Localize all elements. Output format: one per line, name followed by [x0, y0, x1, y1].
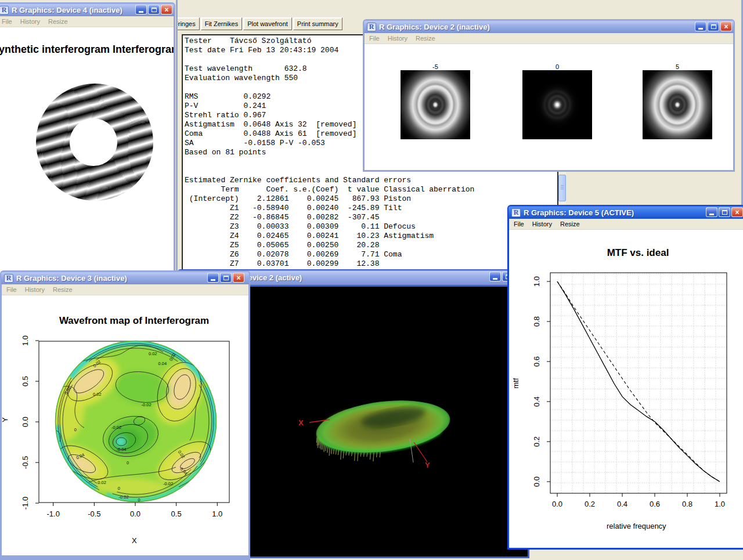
window-title: R Graphics: Device 2 (inactive) [379, 23, 490, 31]
svg-text:0: 0 [138, 497, 140, 503]
psf-label-5: 5 [643, 63, 712, 70]
svg-text:1.0: 1.0 [715, 500, 725, 508]
y-axis-line [414, 442, 427, 462]
svg-text:-0.04: -0.04 [116, 447, 126, 452]
interferogram-image [0, 27, 174, 271]
maximize-button[interactable] [708, 21, 719, 31]
minimize-button[interactable] [489, 272, 501, 281]
menu-item-resize[interactable]: Resize [560, 221, 580, 227]
x-axis-title: relative frequency [607, 522, 666, 530]
menu-item-history[interactable]: History [25, 286, 45, 293]
menu-item-file[interactable]: File [514, 221, 524, 227]
svg-text:-1.0: -1.0 [46, 510, 59, 518]
psf-image-0 [522, 70, 592, 139]
menu-item-history[interactable]: History [532, 221, 552, 227]
window-controls: × [695, 21, 732, 31]
window-title: R Graphics: Device 5 (ACTIVE) [524, 208, 634, 217]
menu-item-resize[interactable]: Resize [416, 35, 435, 42]
svg-text:0: 0 [118, 486, 120, 491]
minimize-button[interactable] [135, 5, 147, 15]
psf-image-minus5 [401, 70, 470, 139]
svg-text:0.5: 0.5 [21, 376, 30, 386]
menu-item-resize[interactable]: Resize [48, 18, 68, 25]
x-axis-title: X [132, 536, 137, 545]
menubar-device5: FileHistoryResize [509, 219, 743, 230]
svg-text:0.02: 0.02 [93, 392, 102, 397]
svg-text:0.02: 0.02 [149, 351, 157, 356]
svg-text:0.2: 0.2 [585, 500, 595, 508]
maximize-button[interactable] [148, 5, 160, 15]
svg-text:0.4: 0.4 [532, 396, 541, 407]
svg-text:-0.02: -0.02 [111, 425, 121, 430]
titlebar-device2[interactable]: R R Graphics: Device 2 (inactive) [364, 20, 734, 33]
svg-text:0: 0 [127, 460, 129, 465]
svg-text:-0.02: -0.02 [163, 481, 173, 486]
svg-text:-0.5: -0.5 [88, 510, 100, 518]
svg-text:0.4: 0.4 [617, 500, 627, 508]
window-title: R Graphics: Device 4 (inactive) [12, 6, 122, 15]
device2-canvas: -5 0 5 [365, 44, 733, 170]
tab-fringes[interactable]: Fringes [178, 17, 200, 30]
device3-canvas: Wavefront map of Interferogram [2, 295, 248, 555]
psf-label-minus5: -5 [401, 63, 470, 70]
window-controls: × [135, 5, 172, 15]
menu-item-resize[interactable]: Resize [53, 286, 73, 293]
psf-image-5 [643, 70, 712, 139]
svg-text:0.02: 0.02 [98, 480, 106, 485]
svg-text:0.04: 0.04 [158, 361, 167, 366]
svg-text:-0.02: -0.02 [119, 494, 129, 500]
window-controls: × [207, 273, 244, 283]
svg-text:0.5: 0.5 [171, 510, 182, 518]
menu-item-history[interactable]: History [388, 35, 407, 42]
svg-text:1.0: 1.0 [21, 335, 30, 346]
scrollbar-thumb[interactable] [558, 175, 566, 201]
window-device2: R R Graphics: Device 2 (inactive) × File… [363, 19, 735, 172]
svg-text:0: 0 [74, 427, 77, 432]
psf-label-0: 0 [522, 63, 592, 70]
tab-fit-zernikes[interactable]: Fit Zernikes [201, 17, 242, 30]
close-button[interactable]: × [233, 273, 244, 283]
minimize-button[interactable] [706, 207, 717, 217]
svg-text:1.0: 1.0 [532, 276, 541, 287]
menu-item-history[interactable]: History [20, 18, 40, 25]
svg-text:0.0: 0.0 [532, 476, 541, 487]
svg-text:0.8: 0.8 [532, 316, 541, 327]
close-button[interactable]: × [720, 21, 732, 31]
y-axis-title: Y [2, 417, 9, 422]
maximize-button[interactable] [719, 207, 730, 217]
minimize-button[interactable] [695, 21, 706, 31]
svg-text:0.0: 0.0 [21, 417, 30, 427]
device5-canvas: MTF vs. ideal 0.00.20.40.60.81.00.00.20.… [509, 230, 743, 548]
y-axis-label: Y [425, 461, 430, 469]
svg-text:0.6: 0.6 [650, 500, 660, 508]
menubar-device2: FileHistoryResize [365, 33, 733, 44]
menu-item-file[interactable]: File [369, 35, 380, 42]
menu-item-file[interactable]: File [2, 18, 12, 25]
svg-text:0.0: 0.0 [552, 500, 562, 508]
close-button[interactable]: × [731, 207, 743, 217]
svg-text:0.8: 0.8 [682, 500, 692, 508]
r-logo-icon: R [4, 274, 13, 283]
window-device5: R R Graphics: Device 5 (ACTIVE) × FileHi… [507, 205, 743, 550]
r-logo-icon: R [511, 208, 521, 217]
svg-text:0.6: 0.6 [532, 356, 541, 367]
y-axis-title: mtf [511, 378, 520, 388]
svg-text:-0.02: -0.02 [142, 402, 152, 407]
menu-item-file[interactable]: File [6, 286, 17, 293]
mtf-plot: 0.00.20.40.60.81.00.00.20.40.60.81.0 [509, 230, 743, 546]
svg-text:-1.0: -1.0 [21, 497, 30, 510]
tab-print-summary[interactable]: Print summary [293, 17, 342, 30]
x-axis-label: X [298, 418, 304, 427]
r-logo-icon: R [0, 6, 9, 15]
r-logo-icon: R [367, 23, 376, 31]
menubar-device4: FileHistoryResize [0, 16, 174, 27]
close-button[interactable]: × [161, 5, 172, 15]
svg-text:0.0: 0.0 [130, 510, 140, 518]
menubar-device3: FileHistoryResize [2, 284, 248, 295]
svg-text:-0.5: -0.5 [21, 456, 30, 469]
minimize-button[interactable] [207, 273, 219, 283]
wavefront-contour-plot: -1.0-0.50.00.51.0-1.0-0.50.00.51.0 0.020… [2, 295, 248, 555]
tab-plot-wavefront[interactable]: Plot wavefront [243, 17, 292, 30]
maximize-button[interactable] [220, 273, 232, 283]
window-title: R Graphics: Device 3 (inactive) [16, 274, 127, 283]
